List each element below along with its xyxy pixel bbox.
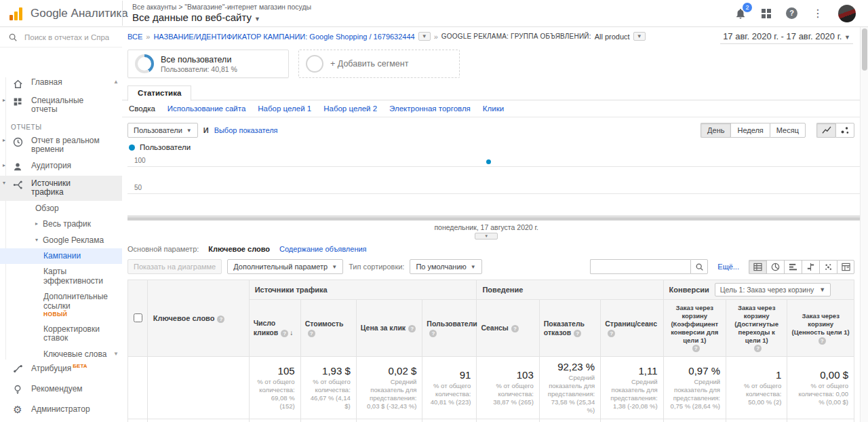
col-bounce-rate[interactable]: Показатель отказов? [539, 300, 600, 357]
sidebar-item-audience[interactable]: ▸ Аудитория [0, 158, 122, 176]
subtab-clicks[interactable]: Клики [483, 104, 504, 113]
filter-campaign[interactable]: НАЗВАНИЕ/ИДЕНТИФИКАТОР КАМПАНИИ: Google … [153, 33, 414, 41]
sidebar-search[interactable] [0, 27, 122, 47]
help-icon[interactable]: ? [754, 345, 762, 352]
col-clicks[interactable]: Число кликов?↓ [249, 300, 300, 357]
help-icon[interactable]: ? [608, 330, 615, 337]
scroll-up-arrow[interactable]: ▲ [113, 79, 119, 85]
ga-logo[interactable]: Google Аналитика [0, 7, 122, 20]
adgroup-dropdown-button[interactable]: ▼ [633, 32, 646, 41]
data-view-button[interactable] [749, 260, 766, 274]
segment-donut-icon [135, 54, 154, 73]
motion-chart-button[interactable] [835, 123, 854, 138]
subtab-site-usage[interactable]: Использование сайта [167, 104, 245, 113]
campaign-dropdown-button[interactable]: ▼ [418, 32, 431, 41]
subtab-goal-set-2[interactable]: Набор целей 2 [323, 104, 377, 113]
percentage-view-button[interactable] [766, 260, 784, 274]
dimension-keyword[interactable]: Ключевое слово [208, 245, 270, 253]
sort-type-button[interactable]: По умолчанию▼ [410, 259, 481, 274]
granularity-day-button[interactable]: День [701, 123, 730, 138]
subtab-goal-set-1[interactable]: Набор целей 1 [258, 104, 311, 113]
sidebar-item-home[interactable]: Главная [0, 75, 122, 93]
sidebar-item-all-traffic[interactable]: ▸ Весь трафик [0, 216, 122, 232]
help-icon[interactable]: ? [408, 325, 416, 332]
sidebar-item-discover[interactable]: Рекомендуем [0, 379, 122, 400]
advanced-search-link[interactable]: Ещё... [717, 263, 739, 271]
help-icon[interactable]: ? [429, 330, 437, 337]
table-search-button[interactable] [690, 259, 708, 274]
cell-sessions: 101 (98,06 %) [477, 419, 539, 422]
col-users[interactable]: Пользователи? [422, 300, 477, 357]
chart-type-group [816, 123, 854, 138]
help-icon[interactable]: ? [308, 330, 315, 337]
col-cost[interactable]: Стоимость? [300, 300, 356, 357]
col-goal-completions[interactable]: Заказ через корзину (Достигнутые переход… [726, 300, 787, 357]
sidebar-item-campaigns[interactable]: Кампании [0, 248, 122, 264]
sidebar-item-overview[interactable]: Обзор [0, 201, 122, 216]
sidebar-item-custom-reports[interactable]: ▸ Специальные отчеты [0, 93, 122, 118]
account-breadcrumb[interactable]: Все аккаунты > "Вмагазине"-интернет мага… [132, 3, 311, 12]
help-icon[interactable]: ? [574, 330, 581, 337]
select-metric-link[interactable]: Выбор показателя [214, 126, 278, 134]
secondary-dimension-button[interactable]: Дополнительный параметр▼ [227, 259, 343, 274]
tab-statistics[interactable]: Статистика [127, 85, 191, 101]
metric-selector-button[interactable]: Пользователи▼ [127, 123, 198, 138]
granularity-month-button[interactable]: Месяц [770, 123, 806, 138]
date-range-selector[interactable]: 17 авг. 2020 г. - 17 авг. 2020 г. ▼ [720, 29, 853, 44]
granularity-week-button[interactable]: Неделя [730, 123, 769, 138]
help-icon[interactable]: ? [217, 315, 224, 323]
col-pages-session[interactable]: Страниц/сеанс? [601, 300, 663, 357]
col-sessions[interactable]: Сеансы? [477, 300, 539, 357]
notifications-button[interactable]: 2 [734, 7, 747, 20]
sidebar-item-google-ads[interactable]: ▾ Google Реклама [0, 233, 122, 248]
performance-view-button[interactable] [784, 260, 802, 274]
segment-all-users[interactable]: Все пользователи Пользователи: 40,81 % [127, 50, 289, 78]
scroll-down-arrow[interactable]: ▼ [113, 351, 119, 357]
help-icon[interactable]: ? [511, 325, 519, 332]
pivot-view-button[interactable] [837, 260, 854, 274]
home-icon [11, 78, 24, 90]
plot-rows-button[interactable]: Показать на диаграмме [127, 259, 222, 274]
help-icon[interactable]: ? [692, 345, 700, 352]
term-cloud-view-button[interactable] [819, 260, 837, 274]
comparison-view-button[interactable] [802, 260, 819, 274]
sidebar-item-acquisition[interactable]: ▾ Источники трафика [0, 176, 122, 201]
keyword-column-header[interactable]: Ключевое слово? [147, 280, 249, 357]
col-goal-conversion-rate[interactable]: Заказ через корзину (Коэффициент конверс… [663, 300, 726, 357]
window-scrollbar[interactable] [860, 27, 868, 422]
chart-plot-area[interactable]: 100 50 [127, 154, 860, 216]
chart-range-track[interactable] [127, 217, 860, 220]
sidebar-item-admin[interactable]: ⚙ Администратор [0, 400, 122, 419]
goal-selector[interactable]: Цель 1: Заказ через корзину▼ [715, 283, 831, 296]
sidebar-item-bid-adjustments[interactable]: Корректировки ставок [0, 322, 122, 347]
sidebar-item-attribution[interactable]: АтрибуцияБЕТА [0, 358, 122, 379]
sidebar-item-realtime[interactable]: ▸ Отчет в реальном времени [0, 133, 122, 158]
help-icon[interactable]: ? [818, 337, 826, 345]
keyword-cell[interactable]: 1.id==* [147, 419, 249, 422]
help-button[interactable]: ? [786, 7, 797, 19]
search-input[interactable] [24, 33, 109, 41]
dimension-ad-content[interactable]: Содержание объявления [279, 245, 367, 253]
subtab-ecommerce[interactable]: Электронная торговля [389, 104, 471, 113]
line-chart-button[interactable] [816, 123, 835, 138]
avatar[interactable] [838, 5, 856, 22]
apps-grid-button[interactable] [762, 9, 771, 18]
col-goal-value[interactable]: Заказ через корзину (Ценность цели 1)? [787, 300, 854, 357]
data-point[interactable] [486, 159, 491, 164]
more-menu-button[interactable]: ⋮ [812, 8, 823, 19]
chart-slider-handle[interactable]: ▼ [475, 233, 498, 239]
subtab-summary[interactable]: Сводка [129, 104, 155, 113]
filter-all[interactable]: ВСЕ [127, 33, 142, 41]
col-cpc[interactable]: Цена за клик? [356, 300, 422, 357]
scrollbar-thumb[interactable] [862, 28, 867, 71]
add-segment-button[interactable]: + Добавить сегмент [298, 50, 460, 78]
cell-clicks: 105(100,00 %) [249, 419, 300, 422]
sidebar-item-sitelinks[interactable]: Дополнительные ссылкиНОВЫЙ [0, 289, 122, 321]
dimension-label: Основной параметр: [127, 245, 199, 253]
view-selector[interactable]: Все данные по веб-сайту ▼ [132, 12, 311, 24]
sidebar-item-efficiency-maps[interactable]: Карты эффективности [0, 264, 122, 289]
select-all-checkbox[interactable] [134, 313, 142, 322]
help-icon[interactable]: ? [281, 330, 288, 337]
filter-adgroup-value[interactable]: All product [595, 33, 630, 41]
table-search-input[interactable] [590, 259, 690, 274]
